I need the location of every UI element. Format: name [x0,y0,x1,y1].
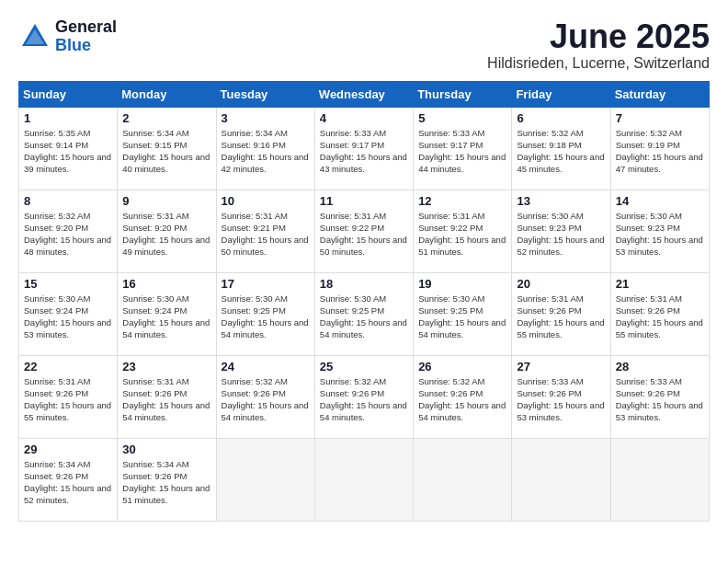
day-number: 2 [122,111,210,125]
day-number: 10 [222,194,310,208]
col-thursday: Thursday [414,81,512,107]
calendar-cell: 28 Sunrise: 5:33 AMSunset: 9:26 PMDaylig… [610,355,709,438]
calendar-cell: 3 Sunrise: 5:34 AMSunset: 9:16 PMDayligh… [216,107,314,190]
calendar-cell: 24 Sunrise: 5:32 AMSunset: 9:26 PMDaylig… [216,355,314,438]
calendar-cell: 25 Sunrise: 5:32 AMSunset: 9:26 PMDaylig… [314,355,413,438]
calendar-cell: 27 Sunrise: 5:33 AMSunset: 9:26 PMDaylig… [512,355,610,438]
header: General Blue June 2025 Hildisrieden, Luc… [18,18,710,72]
day-number: 19 [418,277,506,291]
calendar-cell: 19 Sunrise: 5:30 AMSunset: 9:25 PMDaylig… [414,272,512,355]
day-number: 18 [320,277,408,291]
day-detail: Sunrise: 5:34 AMSunset: 9:15 PMDaylight:… [122,128,210,175]
col-sunday: Sunday [19,81,118,107]
day-number: 12 [418,194,506,208]
day-number: 5 [418,111,506,125]
day-detail: Sunrise: 5:32 AMSunset: 9:26 PMDaylight:… [320,376,407,423]
day-number: 27 [517,360,605,373]
day-detail: Sunrise: 5:30 AMSunset: 9:24 PMDaylight:… [122,293,210,340]
calendar-cell: 11 Sunrise: 5:31 AMSunset: 9:22 PMDaylig… [314,190,413,272]
day-detail: Sunrise: 5:31 AMSunset: 9:22 PMDaylight:… [320,211,407,258]
day-detail: Sunrise: 5:34 AMSunset: 9:16 PMDaylight:… [222,128,309,175]
header-row: Sunday Monday Tuesday Wednesday Thursday… [19,81,710,107]
day-number: 3 [222,111,310,125]
calendar-cell: 5 Sunrise: 5:33 AMSunset: 9:17 PMDayligh… [414,107,512,190]
calendar-cell: 21 Sunrise: 5:31 AMSunset: 9:26 PMDaylig… [610,272,709,355]
day-detail: Sunrise: 5:33 AMSunset: 9:17 PMDaylight:… [418,128,506,175]
calendar-cell: 10 Sunrise: 5:31 AMSunset: 9:21 PMDaylig… [216,190,314,272]
calendar-cell: 12 Sunrise: 5:31 AMSunset: 9:22 PMDaylig… [414,190,512,272]
calendar-cell: 13 Sunrise: 5:30 AMSunset: 9:23 PMDaylig… [512,190,610,272]
day-number: 17 [222,277,310,291]
calendar-cell: 9 Sunrise: 5:31 AMSunset: 9:20 PMDayligh… [118,190,216,272]
day-detail: Sunrise: 5:31 AMSunset: 9:26 PMDaylight:… [517,293,604,340]
logo-blue: Blue [55,37,117,55]
day-detail: Sunrise: 5:30 AMSunset: 9:23 PMDaylight:… [616,211,703,258]
day-detail: Sunrise: 5:31 AMSunset: 9:26 PMDaylight:… [616,293,703,340]
day-detail: Sunrise: 5:32 AMSunset: 9:18 PMDaylight:… [517,128,604,175]
logo: General Blue [18,18,117,55]
day-number: 20 [517,277,605,291]
col-tuesday: Tuesday [216,81,314,107]
calendar-title: June 2025 [487,18,710,55]
day-detail: Sunrise: 5:30 AMSunset: 9:25 PMDaylight:… [418,293,506,340]
calendar-cell: 15 Sunrise: 5:30 AMSunset: 9:24 PMDaylig… [19,272,118,355]
day-detail: Sunrise: 5:31 AMSunset: 9:26 PMDaylight:… [24,376,111,423]
day-number: 1 [24,111,112,125]
col-wednesday: Wednesday [314,81,413,107]
day-number: 28 [616,360,704,373]
col-monday: Monday [118,81,216,107]
calendar-cell [512,438,610,521]
calendar-cell [414,438,512,521]
calendar-cell [314,438,413,521]
calendar-table: Sunday Monday Tuesday Wednesday Thursday… [18,81,710,522]
calendar-cell: 22 Sunrise: 5:31 AMSunset: 9:26 PMDaylig… [19,355,118,438]
calendar-cell: 7 Sunrise: 5:32 AMSunset: 9:19 PMDayligh… [610,107,709,190]
day-number: 13 [517,194,605,208]
day-detail: Sunrise: 5:31 AMSunset: 9:20 PMDaylight:… [122,211,210,258]
day-detail: Sunrise: 5:33 AMSunset: 9:26 PMDaylight:… [517,376,604,423]
calendar-cell: 18 Sunrise: 5:30 AMSunset: 9:25 PMDaylig… [314,272,413,355]
day-number: 22 [24,360,112,373]
day-detail: Sunrise: 5:30 AMSunset: 9:25 PMDaylight:… [320,293,407,340]
col-saturday: Saturday [610,81,709,107]
calendar-subtitle: Hildisrieden, Lucerne, Switzerland [487,55,710,72]
day-detail: Sunrise: 5:30 AMSunset: 9:25 PMDaylight:… [222,293,309,340]
day-number: 9 [122,194,210,208]
calendar-cell: 30 Sunrise: 5:34 AMSunset: 9:26 PMDaylig… [118,438,216,521]
day-detail: Sunrise: 5:32 AMSunset: 9:26 PMDaylight:… [222,376,309,423]
calendar-cell: 4 Sunrise: 5:33 AMSunset: 9:17 PMDayligh… [314,107,413,190]
day-number: 30 [122,442,210,456]
title-area: June 2025 Hildisrieden, Lucerne, Switzer… [487,18,710,72]
day-detail: Sunrise: 5:33 AMSunset: 9:17 PMDaylight:… [320,128,407,175]
day-number: 16 [122,277,210,291]
calendar-week-5: 29 Sunrise: 5:34 AMSunset: 9:26 PMDaylig… [19,438,710,521]
calendar-cell: 14 Sunrise: 5:30 AMSunset: 9:23 PMDaylig… [610,190,709,272]
day-detail: Sunrise: 5:34 AMSunset: 9:26 PMDaylight:… [24,459,111,506]
day-detail: Sunrise: 5:30 AMSunset: 9:24 PMDaylight:… [24,293,111,340]
day-number: 11 [320,194,408,208]
calendar-cell: 1 Sunrise: 5:35 AMSunset: 9:14 PMDayligh… [19,107,118,190]
day-number: 25 [320,360,408,373]
day-detail: Sunrise: 5:35 AMSunset: 9:14 PMDaylight:… [24,128,111,175]
day-detail: Sunrise: 5:33 AMSunset: 9:26 PMDaylight:… [616,376,703,423]
calendar-week-3: 15 Sunrise: 5:30 AMSunset: 9:24 PMDaylig… [19,272,710,355]
calendar-week-1: 1 Sunrise: 5:35 AMSunset: 9:14 PMDayligh… [19,107,710,190]
calendar-cell: 16 Sunrise: 5:30 AMSunset: 9:24 PMDaylig… [118,272,216,355]
logo-text: General Blue [55,18,117,55]
calendar-cell: 26 Sunrise: 5:32 AMSunset: 9:26 PMDaylig… [414,355,512,438]
day-number: 29 [24,442,112,456]
calendar-cell [216,438,314,521]
calendar-cell: 23 Sunrise: 5:31 AMSunset: 9:26 PMDaylig… [118,355,216,438]
day-number: 6 [517,111,605,125]
logo-general: General [55,18,117,37]
day-number: 7 [616,111,704,125]
day-detail: Sunrise: 5:31 AMSunset: 9:26 PMDaylight:… [122,376,210,423]
day-number: 26 [418,360,506,373]
calendar-cell: 6 Sunrise: 5:32 AMSunset: 9:18 PMDayligh… [512,107,610,190]
day-detail: Sunrise: 5:34 AMSunset: 9:26 PMDaylight:… [122,459,210,506]
day-number: 14 [616,194,704,208]
day-number: 21 [616,277,704,291]
day-detail: Sunrise: 5:31 AMSunset: 9:22 PMDaylight:… [418,211,506,258]
day-detail: Sunrise: 5:32 AMSunset: 9:26 PMDaylight:… [418,376,506,423]
logo-icon [18,20,51,53]
